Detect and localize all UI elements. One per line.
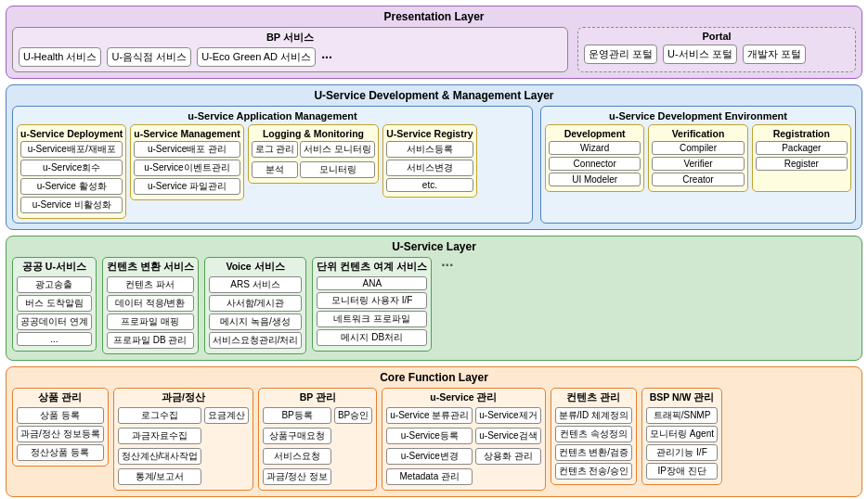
core-g3-c2-i1: u-Service검색 (475, 428, 540, 444)
core-g2-c2-i0: BP승인 (334, 407, 372, 424)
uservice-dots: ··· (437, 257, 457, 274)
uservice-layer: U-Service Layer 공공 U-서비스 광고송출 버스 도착알림 공공… (6, 236, 862, 361)
portal-group: Portal 운영관리 포털 U-서비스 포털 개발자 포털 (577, 27, 856, 72)
core-g1-title: 과금/정산 (118, 391, 250, 404)
udev-content: u-Service Application Management u-Servi… (12, 106, 856, 224)
log-sub2-item: 모니터링 (300, 161, 375, 178)
dev-col-1-title: Verification (652, 128, 744, 139)
us-group-0-title: 공공 U-서비스 (17, 261, 92, 274)
presentation-layer: Presentation Layer BP 서비스 U-Health 서비스 U… (6, 6, 862, 79)
dev-col-0-item-1: Connector (549, 157, 641, 171)
core-g3-c1-i3: Metadata 관리 (386, 468, 473, 485)
app-mgmt-title: u-Service Application Management (17, 110, 528, 122)
core-g2-c1-i1: 상품구매요청 (263, 428, 331, 444)
core-content: 상품 관리 상품 등록 과금/정산 정보등록 정산상품 등록 과금/정산 로그수… (12, 388, 856, 491)
us-g1-i0: 컨텐츠 파서 (107, 276, 194, 293)
us-g3-i2: 네트워크 프로파일 (317, 311, 427, 327)
uservice-layer-title: U-Service Layer (12, 240, 856, 253)
dev-col-2-item-0: Packager (756, 141, 848, 155)
us-group-1: 컨텐츠 변환 서비스 컨텐츠 파서 데이터 적응/변환 프로파일 매핑 프로파일… (102, 257, 199, 354)
core-g2-col2: BP승인 (334, 407, 372, 487)
core-g1-col1: 로그수집 과금자료수집 정산계산/대사작업 통계/보고서 (118, 407, 202, 487)
core-g0-i0: 상품 등록 (17, 407, 104, 424)
us-g0-i1: 버스 도착알림 (17, 295, 92, 312)
dev-col-2: Registration Packager Register (752, 124, 851, 192)
core-layer-title: Core Function Layer (12, 371, 856, 384)
dev-env-inner: Development Wizard Connector UI Modeler … (545, 124, 851, 192)
core-g2-c1-i0: BP등록 (263, 407, 331, 424)
us-group-3: 단위 컨텐츠 여계 서비스 ANA 모니터링 사용자 I/F 네트워크 프로파일… (312, 257, 432, 352)
core-g4-i0: 분류/ID 체계정의 (555, 407, 633, 424)
dev-env-title: u-Service Development Environment (545, 110, 851, 122)
portal-item-0: 운영관리 포털 (584, 45, 657, 64)
app-mgmt-group: u-Service Application Management u-Servi… (12, 106, 533, 224)
portal-item-1: U-서비스 포털 (663, 45, 737, 64)
core-g3-c1-i1: u-Service등록 (386, 428, 473, 444)
core-g0-i2: 정산상품 등록 (17, 444, 104, 461)
core-g4-i1: 컨텐츠 속성정의 (555, 426, 633, 442)
core-group-5: BSP N/W 관리 트래픽/SNMP 모니터링 Agent 관리기능 I/F … (641, 388, 722, 485)
core-g1-c2-i0: 요금계산 (204, 407, 249, 424)
dev-col-0: Development Wizard Connector UI Modeler (545, 124, 644, 192)
us-group-1-title: 컨텐츠 변환 서비스 (107, 261, 194, 274)
log-col: Logging & Monitoring 로그 관리 분석 서비스 모니터링 모… (248, 124, 380, 184)
bp-group: BP 서비스 U-Health 서비스 U-음식점 서비스 U-Eco Gree… (12, 27, 568, 72)
mgmt-title: u-Service Management (134, 128, 240, 139)
us-g2-i1: 사서함/게시관 (209, 295, 303, 312)
log-sub1-item: 분석 (252, 161, 299, 178)
dep-item-0: u-Service배포/재배포 (20, 141, 123, 158)
us-g2-i0: ARS 서비스 (209, 276, 303, 293)
presentation-content: BP 서비스 U-Health 서비스 U-음식점 서비스 U-Eco Gree… (12, 27, 856, 72)
us-g0-i2: 공공데이터 연계 (17, 313, 92, 330)
core-g5-i0: 트래픽/SNMP (646, 407, 718, 424)
dep-item-1: u-Service회수 (20, 160, 123, 176)
dev-col-1-item-2: Creator (652, 173, 744, 186)
core-g2-c1-i3: 과금/정산 정보 (263, 468, 331, 485)
dev-col-0-item-0: Wizard (549, 141, 641, 155)
reg-item-2: etc. (386, 178, 473, 192)
bp-dots: ··· (321, 50, 332, 65)
app-mgmt-inner: u-Service Deployment u-Service배포/재배포 u-S… (17, 124, 528, 219)
core-g1-col2: 요금계산 (204, 407, 249, 487)
dev-col-0-item-2: UI Modeler (549, 173, 641, 186)
dev-col-1-item-0: Compiler (652, 141, 744, 155)
bp-group-title: BP 서비스 (19, 31, 562, 45)
bp-item-1: U-음식점 서비스 (107, 47, 191, 67)
core-group-1: 과금/정산 로그수집 과금자료수집 정산계산/대사작업 통계/보고서 요금계산 (113, 388, 254, 491)
bp-item-0: U-Health 서비스 (19, 47, 101, 67)
portal-title: Portal (584, 31, 849, 42)
us-g1-i1: 데이터 적응/변환 (107, 295, 194, 312)
core-g2-cols: BP등록 상품구매요청 서비스요청 과금/정산 정보 BP승인 (263, 407, 372, 487)
core-group-0: 상품 관리 상품 등록 과금/정산 정보등록 정산상품 등록 (12, 388, 109, 467)
core-g5-i2: 관리기능 I/F (646, 444, 718, 461)
log-sub1: 로그 관리 분석 (252, 141, 299, 180)
core-g3-cols: u-Service 분류관리 u-Service등록 u-Service변경 M… (386, 407, 540, 487)
core-g5-i3: IP장애 진단 (646, 463, 718, 480)
core-layer: Core Function Layer 상품 관리 상품 등록 과금/정산 정보… (6, 366, 862, 497)
us-g1-i3: 프로파일 DB 관리 (107, 332, 194, 349)
bp-item-2: U-Eco Green AD 서비스 (197, 47, 316, 66)
reg-item-0: 서비스등록 (386, 141, 473, 158)
core-g3-c1-i2: u-Service변경 (386, 448, 473, 465)
log-title: Logging & Monitoring (252, 128, 376, 139)
us-g1-i2: 프로파일 매핑 (107, 313, 194, 330)
core-g4-i3: 컨텐츠 전송/승인 (555, 463, 633, 480)
dev-col-1: Verification Compiler Verifier Creator (648, 124, 747, 192)
dep-item-3: u-Service 비활성화 (20, 197, 123, 213)
reg-item-1: 서비스변경 (386, 160, 473, 176)
core-group-3: u-Service 관리 u-Service 분류관리 u-Service등록 … (382, 388, 545, 491)
log-sub-wrapper: 로그 관리 분석 서비스 모니터링 모니터링 (252, 141, 376, 180)
core-g2-c1-i2: 서비스요청 (263, 448, 331, 465)
log-sub2-title: 서비스 모니터링 (300, 141, 375, 158)
core-g5-i1: 모니터링 Agent (646, 426, 718, 442)
core-g1-c1-i1: 과금자료수집 (118, 428, 202, 444)
core-g4-i2: 컨텐츠 변환/검증 (555, 444, 633, 461)
us-g0-i3: ... (17, 332, 92, 346)
mgmt-item-2: u-Service 파일관리 (134, 178, 240, 195)
uservice-dev-layer: U-Service Development & Management Layer… (6, 84, 862, 230)
bp-items: U-Health 서비스 U-음식점 서비스 U-Eco Green AD 서비… (19, 47, 562, 67)
dep-item-2: u-Service 활성화 (20, 178, 123, 195)
dev-col-1-item-1: Verifier (652, 157, 744, 171)
core-group-4: 컨텐츠 관리 분류/ID 체계정의 컨텐츠 속성정의 컨텐츠 변환/검증 컨텐츠… (551, 388, 638, 485)
log-wrapper: Logging & Monitoring 로그 관리 분석 서비스 모니터링 모… (252, 128, 376, 180)
